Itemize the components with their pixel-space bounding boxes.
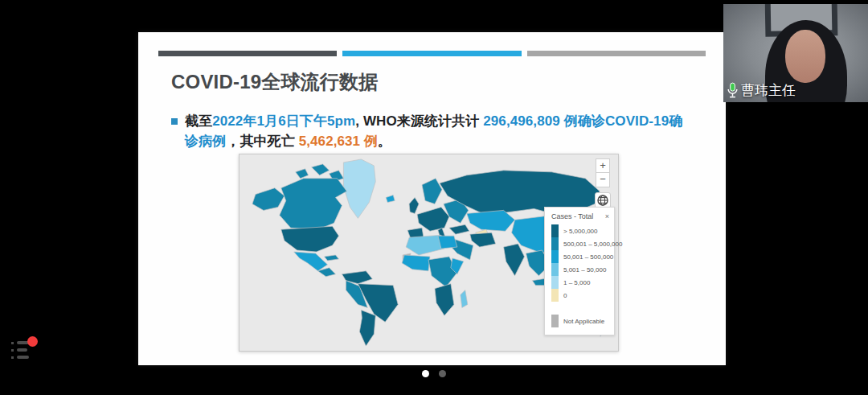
recording-indicator-icon[interactable] [10,335,45,367]
legend-title: Cases - Total [551,212,593,220]
slide-title: COVID-19全球流行数据 [171,69,379,95]
legend-swatch [551,276,559,289]
legend-swatch [551,289,559,302]
legend-label: 0 [563,292,567,299]
legend-swatch [551,250,559,263]
map-zoom-in-button[interactable]: + [596,158,610,173]
map-legend-panel: Cases - Total × > 5,000,000500,001 – 5,0… [544,207,615,335]
legend-swatch [551,237,559,250]
slide-accent-bars [158,51,706,56]
legend-row: > 5,000,000 [551,224,609,237]
legend-label: Not Applicable [563,318,604,325]
participant-name: 曹玮主任 [741,81,796,100]
region-libya-egypt [438,236,457,249]
participant-video-tile[interactable]: 曹玮主任 [723,4,868,102]
legend-close-icon[interactable]: × [605,213,609,220]
globe-projection-button[interactable] [595,192,611,208]
bullet-text: 截至2022年1月6日下午5pm, WHO来源统计共计 296,496,809 … [185,111,686,151]
accent-bar [342,51,521,56]
legend-items: > 5,000,000500,001 – 5,000,00050,001 – 5… [551,224,609,327]
legend-row: 500,001 – 5,000,000 [551,237,609,250]
map-zoom-controls: + − [596,158,610,208]
accent-bar [158,51,337,56]
legend-label: 50,001 – 500,000 [563,253,613,261]
world-map-widget: + − Cases - Total × > 5,000,000500,001 –… [239,154,619,352]
legend-label: 500,001 – 5,000,000 [563,241,622,248]
legend-row [551,302,609,315]
bullet-text-part: 截至 [185,113,212,129]
bullet-text-part: 2022年1月6日下午5pm [212,113,355,129]
legend-label: > 5,000,000 [563,228,597,235]
legend-row: 0 [551,289,609,302]
red-record-dot [27,336,38,347]
bullet-text-part: , WHO来源统计共计 [355,113,483,129]
presentation-slide: COVID-19全球流行数据 截至2022年1月6日下午5pm, WHO来源统计… [138,32,726,365]
legend-swatch [551,302,559,315]
legend-label: 5,001 – 50,000 [563,266,606,274]
legend-swatch [551,315,559,327]
legend-label: 1 – 5,000 [563,279,590,286]
slide-pagination-dots [0,370,868,377]
legend-row: 1 – 5,000 [551,276,609,289]
legend-swatch [551,263,559,276]
map-zoom-out-button[interactable]: − [596,173,610,187]
legend-row: Not Applicable [551,315,609,327]
bullet-text-part: 。 [378,134,391,149]
accent-bar [527,51,706,56]
bullet-text-part: ，其中死亡 [226,134,298,149]
bullet-row: 截至2022年1月6日下午5pm, WHO来源统计共计 296,496,809 … [171,111,686,151]
globe-icon [597,195,608,206]
legend-swatch [551,224,559,237]
pagination-dot[interactable] [422,370,429,377]
legend-row: 5,001 – 50,000 [551,263,609,276]
bullet-marker [171,118,178,125]
participant-face [785,30,825,83]
participant-name-tag: 曹玮主任 [727,81,796,100]
legend-row: 50,001 – 500,000 [551,250,609,263]
pagination-dot[interactable] [439,370,446,377]
microphone-icon [727,82,739,99]
bullet-text-part: 5,462,631 例 [299,134,378,149]
